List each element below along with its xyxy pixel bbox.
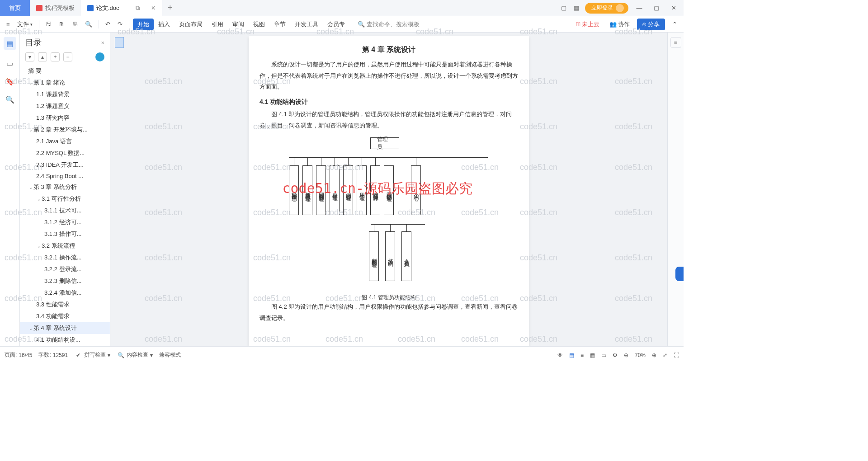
toc-item[interactable]: 1.1 课题背景 <box>20 89 110 100</box>
toc-item[interactable]: 3.2.2 登录流... <box>20 263 110 275</box>
diagram-line <box>335 157 335 165</box>
ribbon-tab-7[interactable]: 开发工具 <box>290 19 323 30</box>
toc-item[interactable]: 3.1.3 操作可... <box>20 228 110 240</box>
toc-item[interactable]: 2.2 MYSQL 数据... <box>20 147 110 159</box>
layout-icon[interactable]: ▢ <box>560 4 568 12</box>
outline-icon[interactable]: ▤ <box>4 37 16 50</box>
zoom-in-button[interactable]: ⊕ <box>652 352 656 358</box>
collapse-ribbon-icon[interactable]: ⌃ <box>670 19 680 29</box>
remove-toc-icon[interactable]: − <box>63 52 72 61</box>
document-viewport[interactable]: code51.cn-源码乐园盗图必究 第 4 章 系统设计 系统的设计一切都是为… <box>110 33 667 346</box>
toc-item[interactable]: 3.2.4 添加信... <box>20 287 110 299</box>
toc-label: 3.1.3 操作可... <box>44 230 81 238</box>
share-button[interactable]: ⎋ 分享 <box>637 19 665 30</box>
ai-assist-icon[interactable] <box>95 52 104 61</box>
chevron-down-icon: ⌄ <box>36 244 42 249</box>
zoom-settings-icon[interactable]: ⚙ <box>613 352 618 358</box>
cloud-status[interactable]: ☁⃠ 未上云 <box>574 19 603 30</box>
toc-item[interactable]: 2.1 Java 语言 <box>20 136 110 147</box>
toc-item[interactable]: ⌄第 1 章 绪论 <box>20 77 110 89</box>
apps-icon[interactable]: ▦ <box>572 4 580 12</box>
save-icon[interactable]: 🖫 <box>43 19 54 29</box>
tab-popout-icon[interactable]: ⧉ <box>136 5 140 12</box>
content-check-icon: 🔍 <box>117 351 125 359</box>
section-heading: 4.1 功能结构设计 <box>259 98 518 106</box>
toc-item[interactable]: 3.4 功能需求 <box>20 310 110 322</box>
zoom-level[interactable]: 70% <box>635 352 646 358</box>
toolbox-icon[interactable]: ≡ <box>670 37 681 48</box>
ribbon-tab-5[interactable]: 视图 <box>249 19 269 30</box>
toc-item[interactable]: 3.2.1 操作流... <box>20 252 110 263</box>
view-print-icon[interactable]: ▤ <box>569 352 574 358</box>
view-web-icon[interactable]: ▦ <box>590 352 595 358</box>
view-outline-icon[interactable]: ≡ <box>580 352 584 358</box>
toc-item[interactable]: 3.1.1 技术可... <box>20 205 110 216</box>
menu-button[interactable]: ≡ <box>4 19 13 29</box>
tab-home[interactable]: 首页 <box>0 0 30 16</box>
add-toc-icon[interactable]: + <box>51 52 60 61</box>
main-area: ▤ ▭ 🔖 🔍 目录 × ▾ ▴ + − 摘 要⌄第 1 章 绪论1.1 课题背… <box>0 33 684 346</box>
content-check[interactable]: 🔍内容检查 ▾ <box>117 351 153 359</box>
page-thumb-icon[interactable] <box>115 37 124 48</box>
bookmark-icon[interactable]: 🔖 <box>5 77 14 86</box>
ribbon-tab-3[interactable]: 引用 <box>207 19 228 30</box>
close-button[interactable]: ✕ <box>667 2 680 14</box>
sidebar-close-icon[interactable]: × <box>101 39 104 46</box>
eye-protect-icon[interactable]: 👁 <box>557 352 563 358</box>
login-button[interactable]: 立即登录 <box>585 3 628 14</box>
toc-label: 1.2 课题意义 <box>36 102 70 110</box>
ribbon-tab-6[interactable]: 章节 <box>269 19 290 30</box>
redo-icon[interactable]: ↷ <box>115 19 125 29</box>
toc-item[interactable]: ⌄第 3 章 系统分析 <box>20 181 110 193</box>
view-read-icon[interactable]: ▭ <box>601 352 606 358</box>
toc-item[interactable]: 3.1.2 经济可... <box>20 216 110 228</box>
find-icon[interactable]: 🔍 <box>5 95 14 104</box>
print-preview-icon[interactable]: 🔍 <box>82 19 95 29</box>
feedback-tab[interactable] <box>675 267 684 281</box>
maximize-button[interactable]: ▢ <box>650 2 663 14</box>
page-indicator[interactable]: 页面: 16/45 <box>5 351 32 359</box>
toc-label: 第 2 章 开发环境与... <box>33 126 88 134</box>
fit-width-icon[interactable]: ⤢ <box>663 352 667 358</box>
word-count[interactable]: 字数: 12591 <box>38 351 68 359</box>
command-search[interactable]: 🔍 查找命令、搜索模板 <box>358 20 420 28</box>
tab-document[interactable]: 论文.doc ⧉ × <box>81 0 162 16</box>
diagram-line <box>321 157 321 165</box>
toc-item[interactable]: ⌄第 4 章 系统设计 <box>20 322 110 334</box>
file-menu[interactable]: 文件 ▾ <box>14 19 35 30</box>
undo-icon[interactable]: ↶ <box>103 19 113 29</box>
expand-all-icon[interactable]: ▴ <box>38 52 47 61</box>
collaboration-button[interactable]: 👥 协作 <box>607 19 632 30</box>
ribbon-tab-4[interactable]: 审阅 <box>228 19 249 30</box>
thumbnail-icon[interactable]: ▭ <box>5 59 14 68</box>
toc-item[interactable]: ⌄3.1 可行性分析 <box>20 193 110 205</box>
fullscreen-icon[interactable]: ⛶ <box>674 352 679 358</box>
ribbon-tab-8[interactable]: 会员专 <box>323 19 349 30</box>
diagram-line <box>389 157 389 165</box>
toc-item[interactable]: ⌄第 2 章 开发环境与... <box>20 124 110 136</box>
toc-item[interactable]: 摘 要 <box>20 65 110 77</box>
new-tab-button[interactable]: + <box>162 0 178 16</box>
spell-check[interactable]: ✔拼写检查 ▾ <box>74 351 110 359</box>
ribbon-tab-1[interactable]: 插入 <box>154 19 175 30</box>
diagram-line <box>348 157 349 165</box>
tab-templates[interactable]: 找稻壳模板 <box>30 0 81 16</box>
save-as-icon[interactable]: 🗎 <box>56 19 67 29</box>
zoom-out-button[interactable]: ⊖ <box>624 352 628 358</box>
toc-item[interactable]: 1.3 研究内容 <box>20 112 110 124</box>
toc-item[interactable]: ⌄3.2 系统流程 <box>20 240 110 252</box>
toc-item[interactable]: 3.2.3 删除信... <box>20 275 110 287</box>
toc-item[interactable]: 4.1 功能结构设... <box>20 334 110 346</box>
minimize-button[interactable]: — <box>633 2 646 14</box>
compat-mode[interactable]: 兼容模式 <box>159 351 181 359</box>
ribbon-tab-2[interactable]: 页面布局 <box>175 19 207 30</box>
doc-paragraph: 图 4.2 即为设计的用户功能结构，用户权限操作的功能包括参与问卷调查，查看新闻… <box>259 301 518 324</box>
toc-item[interactable]: 2.4 Spring Boot ... <box>20 171 110 181</box>
toc-item[interactable]: 2.3 IDEA 开发工... <box>20 159 110 171</box>
toc-item[interactable]: 3.3 性能需求 <box>20 299 110 310</box>
close-icon[interactable]: × <box>151 4 156 12</box>
ribbon-tab-0[interactable]: 开始 <box>133 19 154 30</box>
collapse-all-icon[interactable]: ▾ <box>25 52 34 61</box>
print-icon[interactable]: 🖶 <box>69 19 80 29</box>
toc-item[interactable]: 1.2 课题意义 <box>20 100 110 112</box>
